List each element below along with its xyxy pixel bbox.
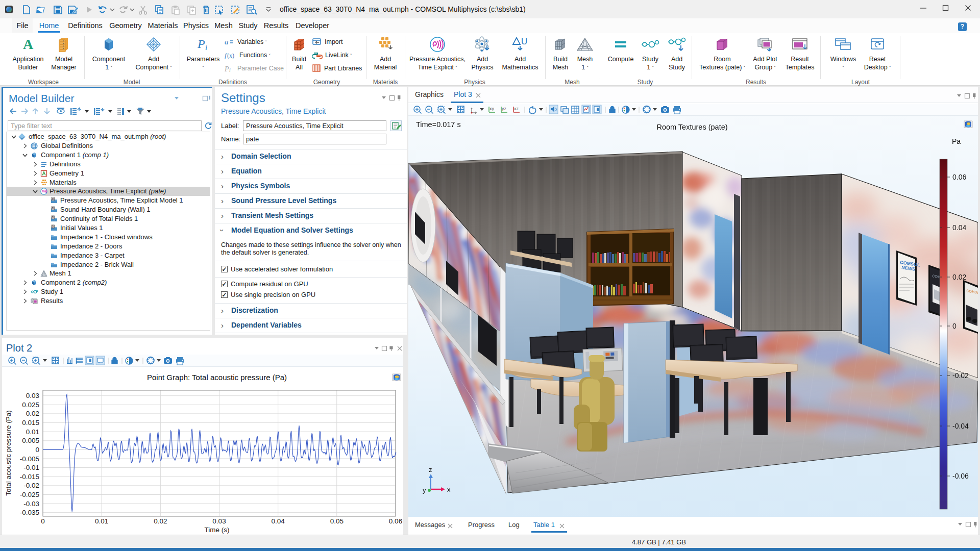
svg-text:0: 0 — [952, 322, 957, 330]
svg-text:x: x — [447, 486, 451, 493]
svg-text:Total acoustic pressure (Pa): Total acoustic pressure (Pa) — [5, 410, 12, 495]
svg-text:-0.035: -0.035 — [20, 509, 39, 516]
svg-text:Room Textures (pate): Room Textures (pate) — [656, 123, 727, 131]
svg-text:P: P — [225, 65, 229, 72]
svg-text:-0.02: -0.02 — [23, 482, 39, 489]
svg-text:0: 0 — [41, 517, 45, 525]
svg-text:0.02: 0.02 — [154, 517, 167, 525]
svg-text:y: y — [423, 486, 426, 494]
svg-text:0.06: 0.06 — [389, 517, 402, 525]
svg-text:0.02: 0.02 — [26, 410, 39, 417]
svg-text:Pa: Pa — [952, 137, 961, 145]
svg-text:0.01: 0.01 — [26, 428, 39, 436]
svg-text:Point Graph: Total acoustic pr: Point Graph: Total acoustic pressure (Pa… — [147, 373, 287, 382]
svg-text:i: i — [229, 67, 231, 72]
svg-text:-0.06: -0.06 — [952, 472, 969, 480]
svg-text:-0.02: -0.02 — [952, 371, 969, 380]
svg-text:i: i — [205, 43, 207, 52]
svg-text:-0.015: -0.015 — [20, 473, 39, 481]
svg-text:Time=0.017 s: Time=0.017 s — [416, 120, 461, 129]
svg-text:-0.01: -0.01 — [23, 464, 39, 471]
svg-text:0: 0 — [35, 446, 39, 454]
svg-text:0.025: 0.025 — [22, 401, 39, 409]
svg-text:0.005: 0.005 — [22, 437, 39, 444]
svg-text:0.03: 0.03 — [26, 392, 39, 399]
svg-text:0.04: 0.04 — [952, 223, 966, 232]
svg-text:U: U — [521, 37, 527, 46]
svg-text:A: A — [23, 37, 34, 52]
svg-text:-0.025: -0.025 — [20, 491, 39, 498]
svg-text:0.06: 0.06 — [952, 173, 966, 181]
svg-text:z: z — [429, 466, 432, 473]
svg-text:Time (s): Time (s) — [205, 526, 230, 534]
svg-text:0.03: 0.03 — [212, 517, 226, 525]
svg-text:-0.04: -0.04 — [952, 422, 969, 430]
svg-text:0.01: 0.01 — [95, 517, 108, 525]
svg-text:P: P — [197, 37, 205, 51]
svg-text:xz: xz — [514, 106, 519, 111]
svg-text:yz: yz — [502, 106, 507, 111]
svg-text:0.04: 0.04 — [272, 517, 285, 525]
svg-text:a: a — [225, 38, 229, 45]
svg-text:-0.005: -0.005 — [20, 455, 39, 463]
svg-text:(x): (x) — [227, 52, 234, 59]
svg-text:-0.03: -0.03 — [23, 500, 39, 508]
svg-text:0.015: 0.015 — [22, 419, 39, 427]
svg-text:0.02: 0.02 — [952, 273, 966, 281]
svg-text:0.05: 0.05 — [330, 517, 344, 525]
svg-text:xy: xy — [489, 106, 495, 111]
